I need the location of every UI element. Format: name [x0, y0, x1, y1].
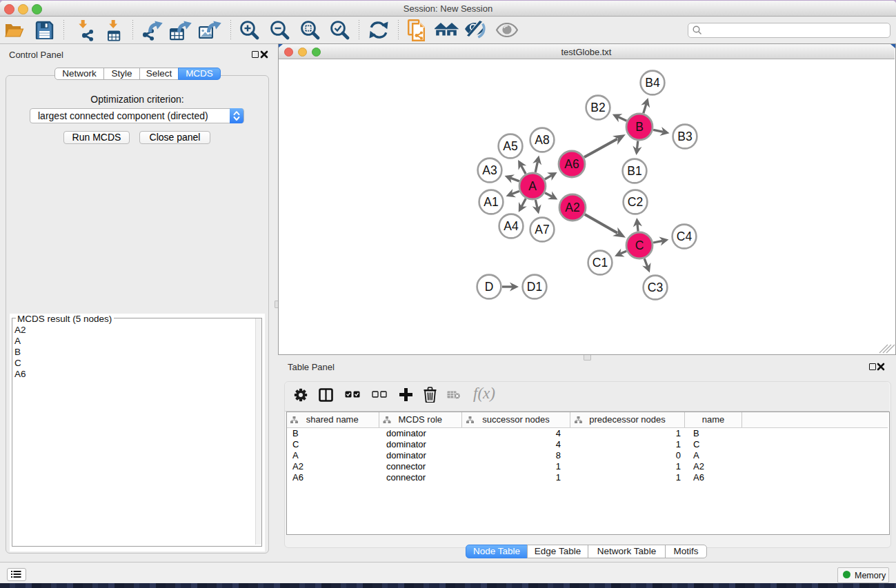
svg-text:D: D [485, 280, 494, 294]
svg-text:A5: A5 [503, 139, 517, 153]
svg-text:B4: B4 [645, 76, 660, 90]
svg-text:A6: A6 [564, 157, 579, 171]
svg-text:D1: D1 [527, 280, 542, 294]
svg-text:C1: C1 [593, 256, 608, 270]
svg-text:B: B [635, 120, 644, 134]
svg-text:A2: A2 [565, 201, 579, 214]
svg-text:A7: A7 [535, 223, 549, 236]
svg-text:C: C [635, 239, 644, 252]
svg-text:C2: C2 [628, 195, 643, 209]
svg-text:A: A [528, 179, 537, 193]
svg-text:A3: A3 [482, 163, 497, 177]
svg-text:B2: B2 [590, 101, 605, 114]
svg-text:B3: B3 [677, 130, 692, 143]
svg-text:A8: A8 [535, 133, 549, 147]
svg-text:A1: A1 [484, 195, 498, 209]
svg-text:C4: C4 [677, 230, 693, 243]
svg-text:B1: B1 [627, 164, 641, 178]
svg-text:A4: A4 [504, 219, 519, 233]
svg-text:C3: C3 [648, 281, 663, 294]
